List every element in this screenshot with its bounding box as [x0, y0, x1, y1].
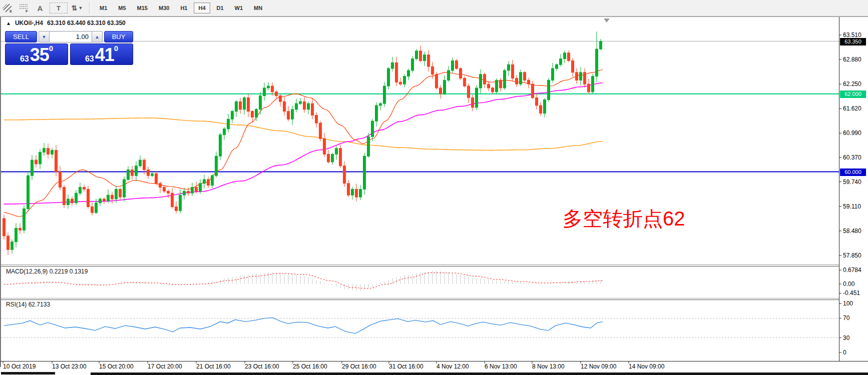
time-axis-label: 29 Oct 16:00 — [342, 363, 376, 370]
rsi-scale-tick: 0 — [843, 349, 846, 356]
sell-price-pips: 35 — [30, 47, 49, 63]
price-scale-tick: 59.110 — [843, 203, 861, 210]
one-click-trade-panel: SELL ▼ ▲ BUY 63 35 0 63 41 0 — [5, 31, 133, 65]
macd-scale-tick: 0.6784 — [843, 266, 861, 274]
price-scale-tick: 57.850 — [843, 252, 861, 259]
time-axis-label: 31 Oct 16:00 — [389, 363, 423, 370]
volume-increase-button[interactable]: ▲ — [92, 31, 103, 42]
volume-decrease-button[interactable]: ▼ — [39, 31, 50, 42]
buy-price-point: 0 — [114, 45, 118, 52]
green-level-badge: 62.000 — [840, 90, 866, 98]
time-axis-label: 15 Oct 20:00 — [99, 363, 134, 370]
price-scale-tick: 61.620 — [843, 105, 861, 112]
price-scale-tick: 58.480 — [843, 228, 861, 234]
sell-price-point: 0 — [49, 45, 53, 52]
price-scale-tick: 60.990 — [843, 130, 861, 136]
time-axis-label: 4 Nov 12:00 — [437, 363, 469, 370]
bottom-bar-left — [1, 372, 55, 374]
mt4-window: E F A T ⇅ ▼ M1 M5 M15 M30 H1 H4 D1 W1 — [0, 0, 868, 375]
time-axis-label: 23 Oct 16:00 — [245, 363, 279, 370]
time-axis-label: 13 Oct 23:00 — [52, 363, 87, 370]
macd-scale-tick: 0.00 — [843, 280, 854, 288]
price-scale-tick: 63.510 — [843, 32, 861, 38]
time-axis-label: 25 Oct 16:00 — [293, 363, 327, 370]
time-axis-label: 17 Oct 20:00 — [148, 363, 182, 370]
time-axis-label: 14 Nov 09:00 — [629, 363, 664, 370]
blue-level-badge: 60.000 — [840, 168, 866, 176]
chart-annotation-text: 多空转折点62 — [563, 205, 685, 232]
macd-label: MACD(12,26,9) 0.2219 0.1319 — [6, 268, 88, 275]
price-scale-tick: 62.880 — [843, 56, 861, 63]
buy-button[interactable]: BUY — [104, 31, 133, 42]
time-axis-label: 6 Nov 13:00 — [485, 363, 517, 370]
rsi-scale-tick: 100 — [843, 300, 853, 307]
sell-button[interactable]: SELL — [5, 31, 37, 42]
sell-price-box[interactable]: 63 35 0 — [5, 44, 68, 65]
time-axis-label: 8 Nov 13:00 — [532, 363, 565, 370]
buy-price-box[interactable]: 63 41 0 — [70, 44, 133, 65]
sell-price-bigfigure: 63 — [20, 55, 29, 63]
bottom-bar-right — [91, 372, 868, 375]
rsi-label: RSI(14) 62.7133 — [6, 301, 50, 308]
price-scale-tick: 62.250 — [843, 80, 861, 88]
price-scale-tick: 60.370 — [843, 154, 861, 161]
buy-price-pips: 41 — [95, 47, 114, 63]
time-axis-label: 10 Oct 2019 — [3, 363, 36, 370]
buy-price-bigfigure: 63 — [85, 55, 94, 63]
chart-shift-marker-icon[interactable] — [604, 18, 610, 22]
volume-input[interactable] — [50, 31, 92, 42]
macd-scale-tick: -0.451 — [843, 290, 860, 296]
price-scale-tick: 59.740 — [843, 178, 861, 186]
rsi-scale-tick: 70 — [843, 314, 849, 322]
time-axis-label: 12 Nov 09:00 — [581, 363, 616, 370]
current-price-badge: 63.350 — [840, 38, 866, 46]
rsi-scale-tick: 30 — [843, 334, 849, 342]
time-axis-label: 21 Oct 16:00 — [196, 363, 231, 370]
